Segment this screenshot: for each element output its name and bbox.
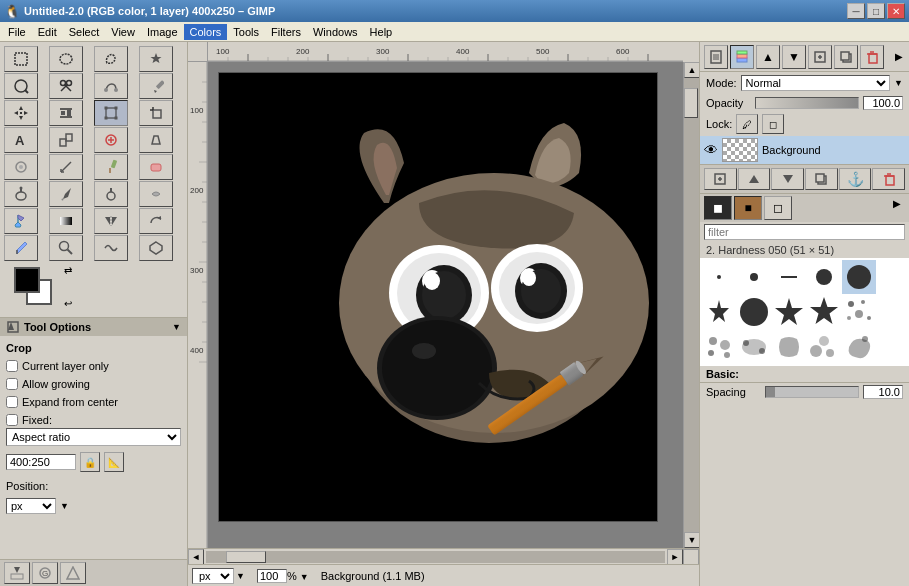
zoom-input[interactable] [257,569,287,583]
tool-heal[interactable] [94,127,128,153]
tool-rotate[interactable] [139,208,173,234]
tool-perspective[interactable] [139,127,173,153]
tool-ink[interactable] [49,181,83,207]
layer-new-btn[interactable] [704,168,737,190]
menu-image[interactable]: Image [141,24,184,40]
menu-select[interactable]: Select [63,24,106,40]
tool-flip[interactable] [94,208,128,234]
brush-dot-small[interactable] [737,260,771,294]
opacity-slider[interactable] [755,97,859,109]
swap-colors-icon[interactable]: ⇄ [64,265,72,276]
tool-smudge[interactable] [139,181,173,207]
scroll-thumb-h[interactable] [226,551,266,563]
panel-icon-up[interactable]: ▲ [756,45,780,69]
close-button[interactable]: ✕ [887,3,905,19]
tool-move[interactable] [4,100,38,126]
brush-splash-6[interactable] [842,330,876,364]
tool-warp[interactable] [94,235,128,261]
brush-splash-1[interactable] [842,295,876,329]
brush-splash-2[interactable] [702,330,736,364]
tool-transform[interactable] [94,100,128,126]
panel-icon-duplicate[interactable] [834,45,858,69]
layer-lower-btn[interactable] [771,168,804,190]
panel-expand-arrow[interactable]: ▶ [893,49,905,64]
tool-cage[interactable] [139,235,173,261]
toolbox-bottom-btn2[interactable]: G [32,562,58,584]
menu-filters[interactable]: Filters [265,24,307,40]
menu-edit[interactable]: Edit [32,24,63,40]
brush-star-large[interactable] [807,295,841,329]
scroll-up-button[interactable]: ▲ [684,62,699,78]
menu-file[interactable]: File [2,24,32,40]
menu-view[interactable]: View [105,24,141,40]
tool-paths[interactable] [94,73,128,99]
tool-pencil[interactable] [139,73,173,99]
vertical-scrollbar[interactable]: ▲ ▼ [683,62,699,548]
layer-item-selected[interactable]: 👁 Background [700,136,909,164]
canvas-image[interactable] [218,72,658,522]
scroll-down-button[interactable]: ▼ [684,532,699,548]
panel-icon-delete[interactable] [860,45,884,69]
brush-dot-large[interactable] [842,260,876,294]
size-aspect-btn[interactable]: 📐 [104,452,124,472]
foreground-color-swatch[interactable] [14,267,40,293]
lock-alpha-btn[interactable]: ◻ [762,114,784,134]
menu-windows[interactable]: Windows [307,24,364,40]
brush-splash-4[interactable] [772,330,806,364]
menu-help[interactable]: Help [364,24,399,40]
scroll-track-v[interactable] [684,78,699,532]
tool-crop[interactable] [139,100,173,126]
tool-color-picker[interactable] [4,235,38,261]
size-input[interactable]: 400:250 [6,454,76,470]
brush-dash[interactable] [772,260,806,294]
allow-growing-checkbox[interactable] [6,378,18,390]
maximize-button[interactable]: □ [867,3,885,19]
brush-dot-xl[interactable] [737,295,771,329]
tool-dodge-burn[interactable] [94,181,128,207]
brush-splash-3[interactable] [737,330,771,364]
layer-duplicate-btn[interactable] [805,168,838,190]
fixed-checkbox[interactable] [6,414,18,426]
tool-bucket-fill[interactable] [4,208,38,234]
panel-icon-new-layer[interactable] [808,45,832,69]
tool-rect-select[interactable] [4,46,38,72]
brush-tab-dark[interactable]: ◼ [704,196,732,220]
tool-clone[interactable] [49,127,83,153]
minimize-button[interactable]: ─ [847,3,865,19]
horizontal-scrollbar[interactable]: ◄ ► [188,548,699,564]
unit-select[interactable]: px % mm [6,498,56,514]
toolbox-bottom-btn1[interactable] [4,562,30,584]
opacity-value-input[interactable]: 100.0 [863,96,903,110]
panel-icon-document[interactable] [704,45,728,69]
expand-from-center-checkbox[interactable] [6,396,18,408]
tool-scissors[interactable] [49,73,83,99]
tool-blur[interactable] [4,154,38,180]
tool-gradient[interactable] [49,208,83,234]
brushes-expand-arrow[interactable]: ▶ [889,196,905,220]
brush-star-small[interactable] [702,295,736,329]
menu-tools[interactable]: Tools [227,24,265,40]
layer-anchor-btn[interactable]: ⚓ [839,168,872,190]
tool-paint[interactable] [94,154,128,180]
fixed-select[interactable]: Aspect ratio Width Height Size [6,428,181,446]
brush-dot-medium[interactable] [807,260,841,294]
brush-tab-brown[interactable]: ■ [734,196,762,220]
tool-magnify[interactable] [49,235,83,261]
menu-colors[interactable]: Colors [184,24,228,40]
spacing-slider[interactable] [765,386,859,398]
brush-splash-5[interactable] [807,330,841,364]
tool-airbrush[interactable] [4,181,38,207]
layer-delete-btn[interactable] [872,168,905,190]
zoom-select[interactable]: px % [192,568,234,584]
panel-icon-down[interactable]: ▼ [782,45,806,69]
brush-star-medium[interactable] [772,295,806,329]
tool-align[interactable] [49,100,83,126]
toolbox-bottom-btn3[interactable] [60,562,86,584]
tool-measure[interactable] [49,154,83,180]
tool-eraser[interactable] [139,154,173,180]
spacing-value-input[interactable]: 10.0 [863,385,903,399]
scroll-track-h[interactable] [206,551,665,563]
brush-dot-tiny[interactable] [702,260,736,294]
reset-colors-icon[interactable]: ↩ [64,298,72,309]
tool-ellipse-select[interactable] [49,46,83,72]
